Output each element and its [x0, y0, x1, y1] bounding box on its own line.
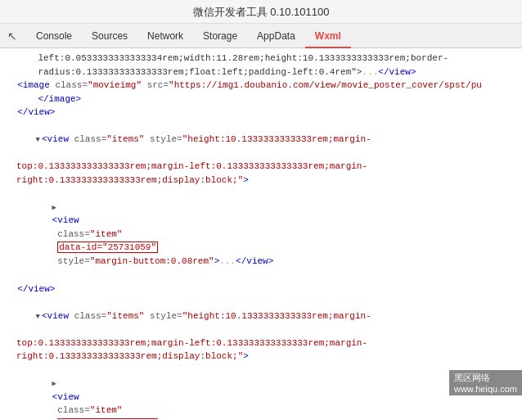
toolbar: ↖ Console Sources Network Storage AppDat… [0, 24, 522, 48]
tab-wxml[interactable]: Wxml [305, 24, 351, 48]
view-items-1-style1: top:0.133333333333333rem;margin-left:0.1… [0, 160, 522, 174]
code-line: </image> [0, 93, 522, 106]
view-item-1[interactable]: ▶ <view class="item" data-id="25731059" … [0, 187, 522, 282]
tab-console[interactable]: Console [26, 24, 82, 48]
block-items-2: ▼<view class="items" style="height:10.13… [0, 296, 522, 419]
tab-storage[interactable]: Storage [193, 24, 247, 48]
view-items-2-open[interactable]: ▼<view class="items" style="height:10.13… [0, 296, 522, 336]
tab-sources[interactable]: Sources [82, 24, 137, 48]
code-line: left:0.0533333333333334rem;width:11.28re… [0, 52, 522, 65]
cursor-icon[interactable]: ↖ [3, 27, 21, 45]
title-bar: 微信开发者工具 0.10.101100 [0, 0, 522, 24]
view-items-2-style1: top:0.133333333333333rem;margin-left:0.1… [0, 336, 522, 350]
view-item-2[interactable]: ▶ <view class="item" data-id="26354336" … [0, 364, 522, 420]
view-items-1-open[interactable]: ▼<view class="items" style="height:10.13… [0, 120, 522, 160]
view-items-2-style2: right:0.133333333333333rem;display:block… [0, 350, 522, 364]
code-line: radius:0.133333333333333rem;float:left;p… [0, 65, 522, 79]
tab-bar: Console Sources Network Storage AppData … [26, 24, 351, 48]
block-items-1: ▼<view class="items" style="height:10.13… [0, 120, 522, 282]
tab-network[interactable]: Network [137, 24, 193, 48]
code-content[interactable]: left:0.0533333333333334rem;width:11.28re… [0, 48, 522, 419]
code-line: </view> [0, 106, 522, 120]
view-items-1-close: </view> [0, 282, 522, 296]
app-title: 微信开发者工具 0.10.101100 [193, 6, 330, 18]
tab-appdata[interactable]: AppData [247, 24, 305, 48]
code-line: <image class="movieimg" src="https://img… [0, 79, 522, 93]
view-items-1-style2: right:0.133333333333333rem;display:block… [0, 174, 522, 187]
